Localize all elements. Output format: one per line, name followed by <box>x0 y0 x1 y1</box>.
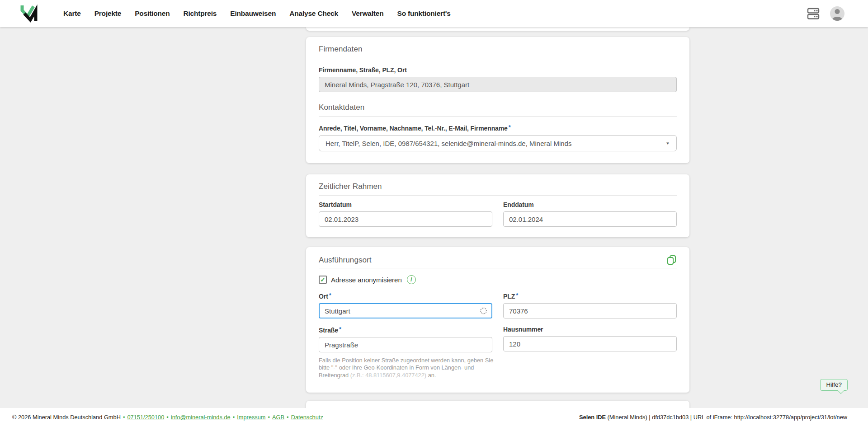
company-summary-input <box>319 77 677 92</box>
strasse-input[interactable] <box>319 337 492 352</box>
separator-dot: • <box>233 414 235 421</box>
footer-link-phone[interactable]: 07151/250100 <box>127 414 164 421</box>
help-text-example: (z.B.: 48.8115607,9.4077422) <box>350 372 426 379</box>
divider <box>319 268 677 268</box>
nav-item-positionen[interactable]: Positionen <box>135 9 170 18</box>
footer-link-agb[interactable]: AGB <box>272 414 284 421</box>
divider <box>319 116 677 117</box>
contact-field-label-text: Anrede, Titel, Vorname, Nachname, Tel.-N… <box>319 125 508 132</box>
nav-item-einbauweisen[interactable]: Einbauweisen <box>230 9 276 18</box>
footer-link-email[interactable]: info@mineral-minds.de <box>171 414 231 421</box>
form-column: Firmendaten Firmenname, Straße, PLZ, Ort… <box>306 27 689 426</box>
copy-icon[interactable] <box>666 255 677 265</box>
hausnummer-label: Hausnummer <box>503 326 677 333</box>
checkmark-icon: ✓ <box>320 276 326 283</box>
mineral-minds-logo[interactable] <box>20 4 38 23</box>
startdatum-input[interactable] <box>319 211 492 227</box>
strasse-label: Straße* <box>319 326 492 334</box>
anonymize-checkbox[interactable]: ✓ <box>319 276 327 284</box>
street-help-text: Falls die Position keiner Straße zugeord… <box>319 357 496 379</box>
status-app-name: Selen IDE <box>579 414 606 421</box>
help-text-suffix: an. <box>426 372 436 379</box>
footer-link-datenschutz[interactable]: Datenschutz <box>291 414 323 421</box>
nav-item-analyse-check[interactable]: Analyse Check <box>289 9 338 18</box>
section-title-firmendaten: Firmendaten <box>319 45 677 54</box>
enddatum-label: Enddatum <box>503 201 677 208</box>
section-title-zeitlicher-rahmen: Zeitlicher Rahmen <box>319 182 677 191</box>
avatar-body-icon <box>832 17 842 21</box>
section-title-kontaktdaten: Kontaktdaten <box>319 103 677 112</box>
strasse-label-text: Straße <box>319 327 338 334</box>
info-icon[interactable]: i <box>407 275 416 284</box>
copyright-text: © 2026 Mineral Minds Deutschland GmbH <box>12 414 121 421</box>
contact-field-label: Anrede, Titel, Vorname, Nachname, Tel.-N… <box>319 124 677 132</box>
company-field-label: Firmenname, Straße, PLZ, Ort <box>319 66 677 74</box>
footer-status: Selen IDE (Mineral Minds) | dfd37dc1bd03… <box>579 414 847 421</box>
previous-card-partial <box>306 27 689 31</box>
user-avatar[interactable] <box>830 6 844 21</box>
plz-label-text: PLZ <box>503 293 515 300</box>
section-title-ausfuehrungsort: Ausführungsort <box>319 256 372 265</box>
ort-label-text: Ort <box>319 293 328 300</box>
server-icon[interactable] <box>807 7 820 20</box>
help-bubble-label: Hilfe? <box>826 381 842 388</box>
contact-select[interactable]: Herr, TitelP, Selen, IDE, 0987/654321, s… <box>319 135 677 151</box>
footer-link-impressum[interactable]: Impressum <box>237 414 265 421</box>
ort-input[interactable] <box>319 303 492 318</box>
separator-dot: • <box>287 414 289 421</box>
separator-dot: • <box>268 414 270 421</box>
required-asterisk: * <box>509 124 511 131</box>
nav-item-karte[interactable]: Karte <box>63 9 81 18</box>
enddatum-input[interactable] <box>503 211 677 227</box>
location-card: Ausführungsort ✓ Adresse anonymisieren i… <box>306 247 689 393</box>
separator-dot: • <box>123 414 125 421</box>
plz-label: PLZ* <box>503 292 677 300</box>
nav-item-projekte[interactable]: Projekte <box>94 9 122 18</box>
nav-item-richtpreis[interactable]: Richtpreis <box>183 9 217 18</box>
help-bubble-button[interactable]: Hilfe? <box>820 379 848 391</box>
avatar-head-icon <box>835 9 840 14</box>
bubble-tail <box>838 388 844 394</box>
required-asterisk: * <box>339 326 341 332</box>
ort-label: Ort* <box>319 292 492 300</box>
required-asterisk: * <box>516 292 518 299</box>
status-detail: (Mineral Minds) | dfd37dc1bd03 | URL of … <box>606 414 847 421</box>
divider <box>319 58 677 58</box>
anonymize-label: Adresse anonymisieren <box>331 276 402 284</box>
navbar-actions <box>807 6 844 21</box>
chevron-down-icon: ▼ <box>665 141 670 145</box>
loading-spinner-icon <box>480 308 487 314</box>
company-contact-card: Firmendaten Firmenname, Straße, PLZ, Ort… <box>306 37 689 163</box>
footer: © 2026 Mineral Minds Deutschland GmbH • … <box>0 408 868 426</box>
nav-item-verwalten[interactable]: Verwalten <box>352 9 384 18</box>
hausnummer-input[interactable] <box>503 336 677 351</box>
main-navigation: Karte Projekte Positionen Richtpreis Ein… <box>63 9 451 18</box>
separator-dot: • <box>166 414 169 421</box>
contact-select-value: Herr, TitelP, Selen, IDE, 0987/654321, s… <box>326 140 665 147</box>
timeframe-card: Zeitlicher Rahmen Startdatum Enddatum <box>306 174 689 237</box>
required-asterisk: * <box>329 292 331 299</box>
startdatum-label: Startdatum <box>319 201 492 208</box>
footer-left: © 2026 Mineral Minds Deutschland GmbH • … <box>12 414 323 421</box>
nav-item-so-funktionierts[interactable]: So funktioniert's <box>397 9 451 18</box>
plz-input[interactable] <box>503 303 677 318</box>
top-navbar: Karte Projekte Positionen Richtpreis Ein… <box>0 0 868 27</box>
divider <box>319 195 677 196</box>
